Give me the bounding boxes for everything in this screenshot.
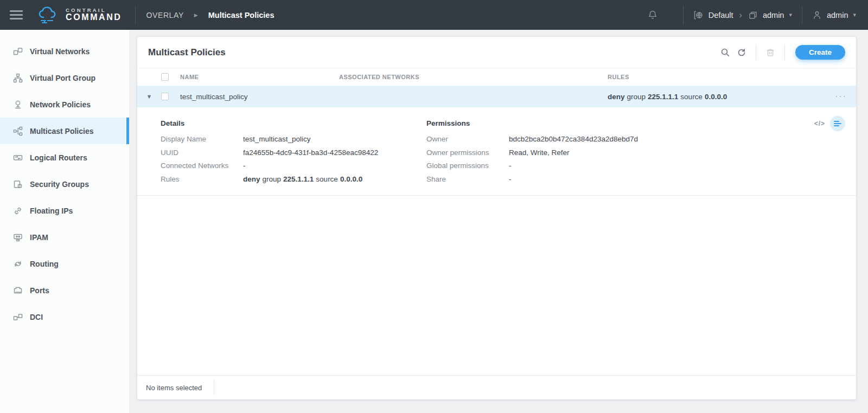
permission-field: Owner bdcb2bca2b0b472ca384d23a2d8ebd7d (426, 133, 845, 146)
list-view-icon (834, 120, 841, 127)
topbar-divider (135, 6, 136, 24)
sidebar-item-label: Multicast Policies (30, 127, 93, 135)
chevron-down-icon: ▾ (789, 11, 792, 18)
cluster-project-selector[interactable]: Default › admin ▾ (693, 10, 792, 20)
column-header-name[interactable]: NAME (180, 74, 339, 80)
column-header-rules[interactable]: RULES (608, 74, 826, 80)
field-label: UUID (161, 146, 243, 160)
sidebar-item-security-groups[interactable]: Security Groups (0, 171, 129, 197)
sidebar-item-ipam[interactable]: IPAM (0, 224, 129, 250)
menu-icon[interactable] (10, 10, 23, 20)
rule-group-keyword: group (263, 173, 282, 186)
rule-source-address: 0.0.0.0 (705, 93, 727, 101)
row-expander-icon[interactable]: ▼ (146, 94, 152, 100)
top-bar: CONTRAIL COMMAND OVERLAY ▶ Multicast Pol… (0, 0, 868, 30)
sidebar-item-ports[interactable]: Ports (0, 277, 129, 304)
breadcrumb-section[interactable]: OVERLAY (146, 11, 184, 20)
app-logo[interactable]: CONTRAIL COMMAND (37, 5, 122, 25)
delete-button[interactable] (762, 44, 778, 61)
status-bar-divider (214, 380, 214, 395)
sidebar-item-label: Ports (30, 286, 49, 295)
details-panel: Details Display Name test_multicast_poli… (137, 107, 856, 196)
rule-action: deny (608, 93, 625, 101)
permissions-section: Permissions Owner bdcb2bca2b0b472ca384d2… (426, 113, 845, 186)
select-all-checkbox[interactable] (161, 73, 169, 81)
row-actions-button[interactable]: ··· (826, 92, 856, 101)
bell-icon (647, 10, 658, 20)
permission-field: Owner permissions Read, Write, Refer (426, 146, 845, 160)
rule-action: deny (243, 173, 260, 186)
detail-field: Display Name test_multicast_policy (161, 133, 426, 146)
multicast-policies-icon (13, 126, 23, 136)
user-name: admin (827, 11, 848, 20)
sidebar-item-label: Security Groups (30, 180, 89, 189)
rules-cell: deny group 225.1.1.1 source 0.0.0.0 (608, 93, 826, 101)
main-content: Multicast Policies (129, 30, 868, 413)
permission-field: Global permissions - (426, 159, 845, 173)
sidebar-item-label: Routing (30, 260, 59, 268)
toolbar-divider (756, 45, 756, 60)
sidebar-item-label: Network Policies (30, 100, 91, 109)
permission-field: Share - (426, 173, 845, 186)
details-section: Details Display Name test_multicast_poli… (161, 113, 426, 186)
project-icon (748, 10, 758, 20)
field-label: Owner (426, 133, 509, 146)
notifications-button[interactable] (647, 10, 658, 20)
details-title: Details (161, 119, 426, 127)
cluster-icon (693, 10, 704, 20)
row-checkbox[interactable] (161, 93, 169, 100)
detail-field-rules: Rules deny group 225.1.1.1 source 0.0.0.… (161, 173, 426, 186)
sidebar-item-label: IPAM (30, 233, 48, 242)
virtual-port-group-icon (13, 73, 23, 83)
search-button[interactable] (717, 44, 733, 61)
logo-text-line2: COMMAND (66, 13, 122, 22)
page-title: Multicast Policies (148, 47, 226, 58)
sidebar-item-routing[interactable]: Routing (0, 250, 129, 277)
floating-ips-icon (13, 206, 23, 216)
selection-status: No items selected (146, 384, 202, 392)
field-label: Rules (161, 173, 243, 186)
list-view-toggle[interactable] (830, 116, 845, 131)
sidebar-item-label: Virtual Networks (30, 47, 90, 56)
sidebar-item-virtual-port-group[interactable]: Virtual Port Group (0, 64, 129, 91)
sidebar-item-logical-routers[interactable]: Logical Routers (0, 144, 129, 171)
sidebar-item-multicast-policies[interactable]: Multicast Policies (0, 118, 129, 144)
user-menu[interactable]: admin ▾ (812, 10, 856, 20)
logical-routers-icon (13, 153, 23, 163)
sidebar-item-network-policies[interactable]: Network Policies (0, 91, 129, 118)
rule-source-keyword: source (680, 93, 703, 101)
sidebar-item-floating-ips[interactable]: Floating IPs (0, 197, 129, 224)
rule-source-keyword: source (316, 173, 338, 186)
json-view-toggle[interactable]: </> (814, 120, 825, 127)
breadcrumb-page-title: Multicast Policies (208, 11, 275, 20)
cluster-name: Default (709, 11, 733, 20)
sidebar-item-label: Floating IPs (30, 206, 73, 215)
sidebar-item-label: Logical Routers (30, 153, 87, 162)
refresh-icon (737, 48, 746, 57)
create-button[interactable]: Create (795, 45, 845, 60)
table-row[interactable]: ▼ test_multicast_policy deny group 225.1… (137, 86, 856, 107)
sidebar-item-label: DCI (30, 313, 43, 321)
sidebar: Virtual Networks Virtual Port Group Netw… (0, 30, 129, 413)
card-header: Multicast Policies (137, 37, 856, 68)
rule-source-address: 0.0.0.0 (340, 173, 362, 186)
sidebar-item-dci[interactable]: DCI (0, 304, 129, 330)
sidebar-item-virtual-networks[interactable]: Virtual Networks (0, 38, 129, 64)
field-value: test_multicast_policy (243, 133, 311, 146)
status-bar: No items selected (137, 375, 856, 399)
field-value: Read, Write, Refer (509, 146, 570, 160)
detail-field: UUID fa24655b-4dc9-431f-ba3d-4258eac9842… (161, 146, 426, 160)
chevron-down-icon: ▾ (853, 11, 856, 18)
field-label: Display Name (161, 133, 243, 146)
column-header-associated-networks[interactable]: ASSOCIATED NETWORKS (339, 74, 608, 80)
refresh-button[interactable] (733, 44, 750, 61)
policy-name: test_multicast_policy (180, 93, 339, 101)
logo-cloud-icon (37, 5, 61, 25)
field-label: Connected Networks (161, 159, 243, 173)
field-value: - (243, 159, 246, 173)
topbar-divider (683, 6, 684, 24)
field-label: Global permissions (426, 159, 509, 173)
ports-icon (13, 286, 23, 295)
network-policies-icon (13, 100, 23, 109)
virtual-networks-icon (13, 47, 23, 56)
